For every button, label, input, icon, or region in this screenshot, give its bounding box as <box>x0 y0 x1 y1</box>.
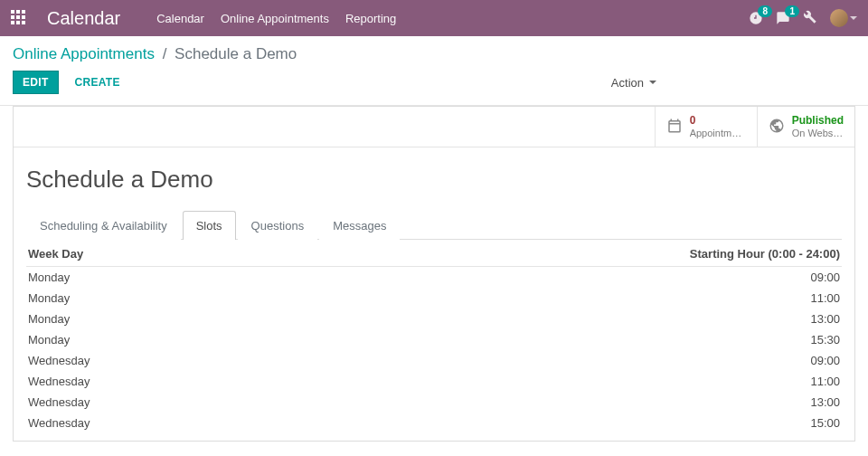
cell-hour: 11:00 <box>269 371 842 392</box>
cell-weekday: Wednesday <box>26 350 269 371</box>
chevron-down-icon <box>649 81 656 84</box>
sheet-wrapper: 0 Appointme… Published On Webs… Schedule… <box>0 106 868 456</box>
globe-icon <box>769 118 785 137</box>
col-hour: Starting Hour (0:00 - 24:00) <box>269 240 842 267</box>
stat-published[interactable]: Published On Webs… <box>757 107 854 147</box>
nav-links: Calendar Online Appointments Reporting <box>156 12 396 25</box>
cell-weekday: Wednesday <box>26 392 269 413</box>
calendar-icon <box>666 118 683 137</box>
navbar-right: 8 1 <box>749 9 857 27</box>
nav-link-reporting[interactable]: Reporting <box>345 12 396 25</box>
activities-badge: 8 <box>758 5 772 17</box>
stat-label: On Webs… <box>792 127 844 139</box>
tab-messages[interactable]: Messages <box>319 211 400 240</box>
stat-value: Published <box>792 114 844 127</box>
messages-button[interactable]: 1 <box>776 11 790 25</box>
cell-weekday: Wednesday <box>26 413 269 433</box>
slots-table: Week Day Starting Hour (0:00 - 24:00) Mo… <box>26 240 842 433</box>
tab-scheduling[interactable]: Scheduling & Availability <box>26 211 181 240</box>
cell-hour: 15:00 <box>269 413 842 433</box>
record-title: Schedule a Demo <box>26 166 842 194</box>
cell-hour: 13:00 <box>269 392 842 413</box>
stat-text: 0 Appointme… <box>690 114 746 139</box>
user-menu[interactable] <box>830 9 857 27</box>
table-header-row: Week Day Starting Hour (0:00 - 24:00) <box>26 240 842 267</box>
avatar <box>830 9 848 27</box>
nav-link-calendar[interactable]: Calendar <box>156 12 204 25</box>
wrench-icon <box>803 10 817 24</box>
stat-text: Published On Webs… <box>792 114 844 139</box>
table-row[interactable]: Monday13:00 <box>26 309 842 329</box>
create-button[interactable]: CREATE <box>66 71 129 93</box>
table-row[interactable]: Wednesday09:00 <box>26 350 842 371</box>
table-row[interactable]: Monday11:00 <box>26 288 842 309</box>
status-bar: 0 Appointme… Published On Webs… <box>14 107 854 147</box>
apps-icon[interactable] <box>11 10 27 26</box>
table-row[interactable]: Monday09:00 <box>26 267 842 289</box>
table-row[interactable]: Monday15:30 <box>26 329 842 350</box>
edit-button[interactable]: EDIT <box>13 71 59 94</box>
stat-value: 0 <box>690 114 746 127</box>
control-panel: Online Appointments / Schedule a Demo ED… <box>0 36 868 106</box>
breadcrumb-current: Schedule a Demo <box>175 45 297 62</box>
tab-questions[interactable]: Questions <box>238 211 318 240</box>
tab-slots[interactable]: Slots <box>183 211 236 240</box>
messages-badge: 1 <box>785 5 799 17</box>
col-weekday: Week Day <box>26 240 269 267</box>
activities-button[interactable]: 8 <box>749 11 763 25</box>
breadcrumb-sep: / <box>163 45 167 62</box>
table-row[interactable]: Wednesday13:00 <box>26 392 842 413</box>
cell-hour: 15:30 <box>269 329 842 350</box>
cell-hour: 09:00 <box>269 267 842 289</box>
navbar-left: Calendar Calendar Online Appointments Re… <box>11 8 396 29</box>
table-row[interactable]: Wednesday15:00 <box>26 413 842 433</box>
tabs: Scheduling & Availability Slots Question… <box>26 210 842 239</box>
nav-link-online-appointments[interactable]: Online Appointments <box>221 12 329 25</box>
cell-weekday: Monday <box>26 288 269 309</box>
stat-label: Appointme… <box>690 127 746 139</box>
table-row[interactable]: Wednesday11:00 <box>26 371 842 392</box>
cell-weekday: Monday <box>26 309 269 329</box>
sheet-body: Schedule a Demo Scheduling & Availabilit… <box>14 147 854 441</box>
form-sheet: 0 Appointme… Published On Webs… Schedule… <box>13 106 855 442</box>
cell-weekday: Wednesday <box>26 371 269 392</box>
action-dropdown[interactable]: Action <box>611 76 656 90</box>
brand-title: Calendar <box>47 8 120 29</box>
action-label: Action <box>611 76 644 90</box>
chevron-down-icon <box>850 16 857 20</box>
cell-hour: 13:00 <box>269 309 842 329</box>
breadcrumb: Online Appointments / Schedule a Demo <box>13 45 855 63</box>
breadcrumb-parent[interactable]: Online Appointments <box>13 45 155 62</box>
tab-content: Week Day Starting Hour (0:00 - 24:00) Mo… <box>26 239 842 433</box>
cell-hour: 11:00 <box>269 288 842 309</box>
settings-button[interactable] <box>803 10 817 27</box>
control-row: EDIT CREATE Action <box>13 71 855 94</box>
stat-appointments[interactable]: 0 Appointme… <box>655 107 757 147</box>
cell-hour: 09:00 <box>269 350 842 371</box>
cell-weekday: Monday <box>26 329 269 350</box>
cell-weekday: Monday <box>26 267 269 289</box>
top-navbar: Calendar Calendar Online Appointments Re… <box>0 0 868 36</box>
